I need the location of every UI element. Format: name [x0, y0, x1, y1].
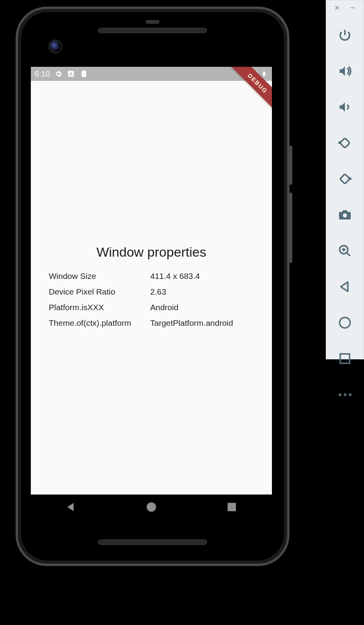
status-bar-left: 6:10 A — [35, 70, 87, 79]
table-row: Device Pixel Ratio 2.63 — [49, 284, 254, 300]
svg-text:A: A — [69, 71, 73, 77]
home-icon[interactable] — [145, 501, 158, 515]
phone-frame: 6:10 A — [16, 7, 289, 566]
properties-table: Window Size 411.4 x 683.4 Device Pixel R… — [49, 268, 254, 331]
row-label: Theme.of(ctx).platform — [49, 318, 150, 328]
row-value: TargetPlatform.android — [150, 318, 254, 328]
svg-point-6 — [343, 213, 347, 218]
more-icon[interactable] — [336, 386, 354, 404]
row-value: Android — [150, 303, 254, 312]
overview-square-icon[interactable] — [336, 350, 354, 368]
toolbar-body — [326, 15, 364, 404]
sdcard-icon — [80, 70, 87, 78]
camera-icon[interactable] — [336, 206, 354, 224]
recents-icon[interactable] — [226, 501, 238, 515]
table-row: Platform.isXXX Android — [49, 300, 254, 315]
table-row: Window Size 411.4 x 683.4 — [49, 268, 254, 284]
device-screen: 6:10 A — [31, 67, 272, 495]
close-icon[interactable] — [332, 3, 342, 12]
letter-a-icon: A — [67, 70, 75, 78]
status-time: 6:10 — [35, 70, 50, 79]
android-nav-bar — [31, 495, 272, 521]
power-side-button[interactable] — [289, 146, 292, 185]
bottom-speaker — [98, 539, 207, 545]
volume-side-button[interactable] — [289, 193, 292, 263]
toolbar-window-controls — [326, 0, 364, 15]
row-label: Platform.isXXX — [49, 303, 150, 312]
table-row: Theme.of(ctx).platform TargetPlatform.an… — [49, 315, 254, 331]
svg-rect-3 — [227, 503, 236, 511]
back-icon[interactable] — [336, 278, 354, 296]
earpiece-speaker — [98, 28, 207, 33]
page-title: Window properties — [96, 245, 206, 260]
minimize-icon[interactable] — [348, 3, 357, 12]
row-value: 411.4 x 683.4 — [150, 271, 254, 281]
row-label: Window Size — [49, 271, 150, 281]
rotate-left-icon[interactable] — [336, 134, 354, 152]
home-circle-icon[interactable] — [336, 314, 354, 332]
settings-icon — [55, 70, 62, 78]
volume-up-icon[interactable] — [336, 62, 354, 80]
notch-indicator — [146, 20, 160, 24]
row-value: 2.63 — [150, 287, 254, 296]
svg-rect-9 — [340, 354, 350, 363]
front-camera — [48, 39, 62, 54]
back-icon[interactable] — [65, 501, 77, 515]
volume-down-icon[interactable] — [336, 98, 354, 116]
zoom-in-icon[interactable] — [336, 242, 354, 260]
app-body: Window properties Window Size 411.4 x 68… — [31, 81, 272, 495]
power-icon[interactable] — [336, 26, 354, 44]
row-label: Device Pixel Ratio — [49, 287, 150, 296]
rotate-right-icon[interactable] — [336, 170, 354, 188]
svg-point-8 — [340, 318, 350, 328]
emulator-toolbar — [326, 0, 364, 359]
svg-point-2 — [147, 502, 156, 512]
